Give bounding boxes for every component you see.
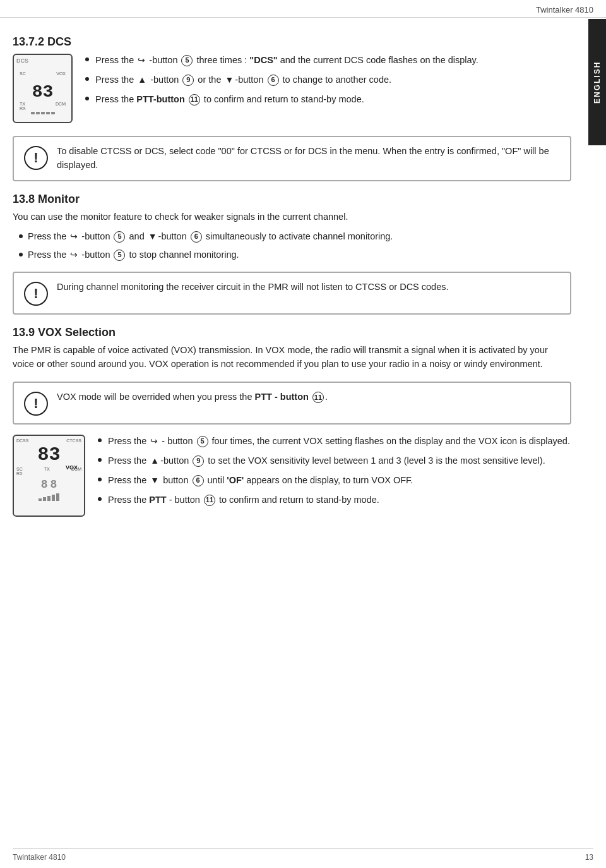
vox-digit-display: 83 bbox=[37, 444, 60, 466]
warning-box-2: ! During channel monitoring the receiver… bbox=[13, 272, 571, 315]
warning-text-3: VOX mode will be overrided when you pres… bbox=[57, 390, 328, 404]
warning-box-3: ! VOX mode will be overrided when you pr… bbox=[13, 382, 571, 425]
vox-bullet-dot-2 bbox=[98, 458, 102, 462]
bar1 bbox=[31, 112, 35, 114]
vox-bullet-2-text: Press the ▲-button 9 to set the VOX sens… bbox=[108, 454, 545, 467]
dcs-content-row: DCS SC VOX 83 TX DCM RX bbox=[13, 54, 571, 123]
monitor-bullet-list: Press the ↪ -button 5 and ▼-button 6 sim… bbox=[19, 230, 571, 262]
monitor-body-text: You can use the monitor feature to check… bbox=[13, 210, 571, 224]
tx-label: TX bbox=[20, 102, 25, 106]
vox-bullet-dot-1 bbox=[98, 438, 102, 442]
monitor-bullet-1-text: Press the ↪ -button 5 and ▼-button 6 sim… bbox=[28, 230, 393, 243]
circle-9: 9 bbox=[182, 75, 194, 86]
vox-arrow-1: ↪ bbox=[150, 435, 158, 448]
footer-right: 13 bbox=[585, 853, 593, 862]
circle-6: 6 bbox=[268, 75, 279, 86]
sig-bar-1 bbox=[39, 498, 42, 501]
warning-text-2: During channel monitoring the receiver c… bbox=[57, 280, 449, 294]
monitor-bullet-dot-1 bbox=[19, 234, 23, 238]
ptt-circle-11: 11 bbox=[312, 392, 324, 403]
vox-content-row: DCSS CTCSS 83 VOX SC TX DCM RX 8 8 bbox=[13, 435, 571, 517]
sig-bar-5 bbox=[56, 493, 59, 501]
sc-label: SC bbox=[20, 71, 26, 76]
vox-signal-bars bbox=[39, 493, 59, 501]
vox-bullet-list: Press the ↪ - button 5 four times, the c… bbox=[98, 435, 571, 512]
vox-up-arrow: ▲ bbox=[150, 455, 159, 467]
english-sidebar-label: ENGLISH bbox=[588, 19, 606, 145]
sig-bar-4 bbox=[52, 495, 55, 501]
up-arrow-icon: ▲ bbox=[138, 74, 146, 87]
dcs-bullet-1: Press the ↪ -button 5 three times : "DCS… bbox=[85, 54, 571, 67]
vox-sc-label: SC bbox=[16, 467, 23, 471]
monitor-arrow-2: ↪ bbox=[70, 249, 78, 262]
sig-bar-2 bbox=[43, 497, 46, 501]
vox-bullet-1-text: Press the ↪ - button 5 four times, the c… bbox=[108, 435, 570, 448]
bar4 bbox=[46, 112, 50, 114]
section-monitor: 13.8 Monitor bbox=[13, 193, 571, 206]
vox-bullet-4: Press the PTT - button 11 to confirm and… bbox=[98, 493, 571, 506]
section-vox: 13.9 VOX Selection bbox=[13, 326, 571, 339]
vox-circle-11: 11 bbox=[204, 495, 215, 506]
circle-5-1: 5 bbox=[181, 55, 193, 66]
dcs-bullet-3-text: Press the PTT-button 11 to confirm and r… bbox=[95, 93, 364, 105]
vox-bullet-3-text: Press the ▼ button 6 until 'OF' appears … bbox=[108, 474, 413, 487]
dcs-radio-display: DCS SC VOX 83 TX DCM RX bbox=[13, 54, 73, 123]
main-content: 13.7.2 DCS DCS SC VOX 83 TX DCM RX bbox=[0, 18, 606, 529]
vox-rx-label: RX bbox=[16, 471, 23, 476]
warning-icon-1: ! bbox=[24, 146, 48, 170]
vox-bullet-dot-4 bbox=[98, 497, 102, 501]
vox-dcss-label: DCSS bbox=[16, 438, 28, 443]
vox-small-digit-2: 8 bbox=[50, 478, 57, 491]
vox-body-text: The PMR is capable of voice activated (V… bbox=[13, 343, 571, 371]
vox-small-digit-1: 8 bbox=[41, 478, 48, 491]
monitor-arrow-1: ↪ bbox=[70, 231, 78, 243]
monitor-bullet-2-text: Press the ↪ -button 5 to stop channel mo… bbox=[28, 248, 239, 262]
monitor-bullet-1: Press the ↪ -button 5 and ▼-button 6 sim… bbox=[19, 230, 571, 243]
vox-tx-label: TX bbox=[44, 467, 50, 471]
footer-left: Twintalker 4810 bbox=[13, 853, 66, 862]
dcs-bullet-list: Press the ↪ -button 5 three times : "DCS… bbox=[85, 54, 571, 112]
bar2 bbox=[36, 112, 40, 114]
warning-icon-2: ! bbox=[24, 282, 48, 306]
monitor-bullet-dot-2 bbox=[19, 253, 23, 256]
dcs-bullet-2: Press the ▲ -button 9 or the ▼-button 6 … bbox=[85, 73, 571, 87]
circle-11: 11 bbox=[189, 94, 200, 105]
warning-text-1: To disable CTCSS or DCS, select code "00… bbox=[57, 145, 560, 172]
header-title: Twintalker 4810 bbox=[536, 5, 593, 15]
monitor-bullet-2: Press the ↪ -button 5 to stop channel mo… bbox=[19, 248, 571, 262]
vox-bullet-1: Press the ↪ - button 5 four times, the c… bbox=[98, 435, 571, 448]
vox-radio-display: DCSS CTCSS 83 VOX SC TX DCM RX 8 8 bbox=[13, 435, 85, 517]
vox-bullet-4-text: Press the PTT - button 11 to confirm and… bbox=[108, 493, 379, 506]
vox-bottom-digits: 8 8 bbox=[41, 478, 57, 491]
dcs-bullet-2-text: Press the ▲ -button 9 or the ▼-button 6 … bbox=[95, 73, 391, 87]
warning-box-1: ! To disable CTCSS or DCS, select code "… bbox=[13, 136, 571, 181]
monitor-circle-5: 5 bbox=[114, 231, 125, 243]
vox-down-arrow: ▼ bbox=[150, 474, 159, 487]
vox-ctcss-label: CTCSS bbox=[66, 438, 81, 443]
dcm-label: DCM bbox=[56, 102, 66, 106]
down-arrow-icon: ▼ bbox=[225, 74, 234, 87]
warning-icon-3: ! bbox=[24, 392, 48, 416]
sig-bar-3 bbox=[47, 496, 50, 501]
page-header: Twintalker 4810 bbox=[0, 0, 606, 18]
dcs-bullet-3: Press the PTT-button 11 to confirm and r… bbox=[85, 93, 571, 105]
vox-bullet-dot-3 bbox=[98, 478, 102, 481]
vox-label-disp: VOX bbox=[56, 71, 66, 76]
vox-tag: VOX bbox=[66, 464, 78, 471]
vox-circle-5-1: 5 bbox=[197, 436, 208, 447]
monitor-circle-5b: 5 bbox=[114, 250, 125, 261]
dcs-bullet-1-text: Press the ↪ -button 5 three times : "DCS… bbox=[95, 54, 478, 67]
bullet-dot-1 bbox=[85, 57, 89, 61]
bar3 bbox=[41, 112, 45, 114]
monitor-circle-6: 6 bbox=[191, 231, 202, 243]
monitor-down-arrow: ▼ bbox=[148, 231, 157, 243]
bullet-dot-3 bbox=[85, 97, 89, 100]
section-dcs-heading: 13.7.2 DCS bbox=[13, 35, 71, 48]
vox-top-labels: DCSS CTCSS bbox=[16, 438, 81, 443]
signal-bar-row bbox=[31, 112, 55, 114]
dcs-digit-display: 83 bbox=[32, 82, 54, 102]
section-monitor-heading: 13.8 Monitor bbox=[13, 193, 80, 205]
section-dcs: 13.7.2 DCS bbox=[13, 35, 571, 49]
bar5 bbox=[51, 112, 55, 114]
dcs-display-label: DCS bbox=[16, 57, 28, 64]
